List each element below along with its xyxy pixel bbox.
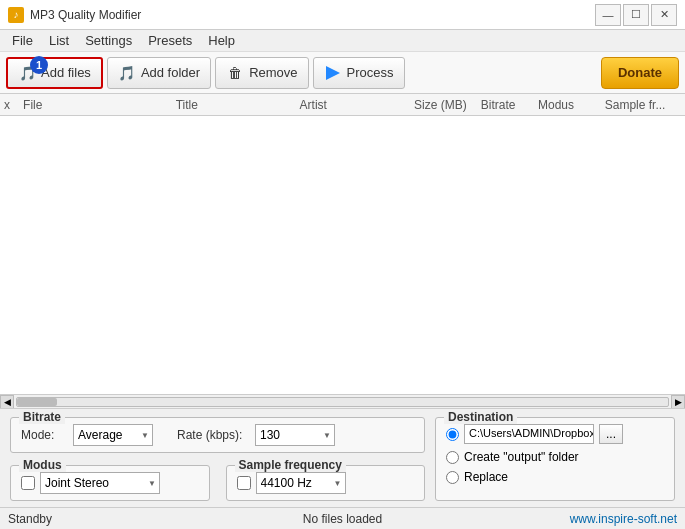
minimize-button[interactable]: — [595, 4, 621, 26]
sample-section: Sample frequency 44100 Hz 48000 Hz 22050… [226, 465, 426, 501]
dest-output-radio[interactable] [446, 451, 459, 464]
sample-controls: 44100 Hz 48000 Hz 22050 Hz [237, 472, 415, 494]
destination-title: Destination [444, 410, 517, 424]
rate-select-wrap[interactable]: 128 130 192 256 320 [255, 424, 335, 446]
dest-replace-radio[interactable] [446, 471, 459, 484]
col-size: Size (MB) [414, 98, 481, 112]
dest-path-radio[interactable] [446, 428, 459, 441]
modus-section: Modus Joint Stereo Stereo Mono [10, 465, 210, 501]
modus-select[interactable]: Joint Stereo Stereo Mono [40, 472, 160, 494]
col-file: File [23, 98, 176, 112]
freq-select-wrap[interactable]: 44100 Hz 48000 Hz 22050 Hz [256, 472, 346, 494]
add-folder-label: Add folder [141, 65, 200, 80]
play-icon [324, 64, 342, 82]
menubar: File List Settings Presets Help [0, 30, 685, 52]
statusbar: Standby No files loaded www.inspire-soft… [0, 507, 685, 529]
table-body [0, 116, 685, 394]
bitrate-section: Bitrate Mode: Average Constant Variable … [10, 417, 425, 453]
sample-checkbox[interactable] [237, 476, 251, 490]
bitrate-controls: Mode: Average Constant Variable Rate (kb… [21, 424, 414, 446]
status-left: Standby [8, 512, 231, 526]
dest-path-value: C:\Users\ADMIN\Dropbox\PC [464, 424, 594, 444]
table-header: x File Title Artist Size (MB) Bitrate Mo… [0, 94, 685, 116]
col-title: Title [176, 98, 300, 112]
add-files-badge: 1 [30, 56, 48, 74]
scroll-right-arrow[interactable]: ▶ [671, 395, 685, 409]
dest-replace-row: Replace [446, 470, 664, 484]
modus-checkbox[interactable] [21, 476, 35, 490]
mode-select-wrap[interactable]: Average Constant Variable [73, 424, 153, 446]
status-center: No files loaded [231, 512, 454, 526]
rate-select[interactable]: 128 130 192 256 320 [255, 424, 335, 446]
modus-title: Modus [19, 458, 66, 472]
menu-presets[interactable]: Presets [140, 31, 200, 50]
col-x: x [4, 98, 23, 112]
dest-output-row: Create "output" folder [446, 450, 664, 464]
scroll-left-arrow[interactable]: ◀ [0, 395, 14, 409]
modus-controls: Joint Stereo Stereo Mono [21, 472, 199, 494]
horizontal-scrollbar[interactable]: ◀ ▶ [0, 394, 685, 408]
app-icon: ♪ [8, 7, 24, 23]
col-bitrate: Bitrate [481, 98, 538, 112]
dest-replace-label: Replace [464, 470, 508, 484]
window-controls: — ☐ ✕ [595, 4, 677, 26]
dest-path-row: C:\Users\ADMIN\Dropbox\PC ... [446, 424, 664, 444]
bitrate-title: Bitrate [19, 410, 65, 424]
col-modus: Modus [538, 98, 605, 112]
close-button[interactable]: ✕ [651, 4, 677, 26]
left-panel: Bitrate Mode: Average Constant Variable … [10, 417, 425, 501]
titlebar: ♪ MP3 Quality Modifier — ☐ ✕ [0, 0, 685, 30]
remove-button[interactable]: 🗑 Remove [215, 57, 308, 89]
add-files-button[interactable]: 🎵 Add files [6, 57, 103, 89]
mode-select[interactable]: Average Constant Variable [73, 424, 153, 446]
app-title: MP3 Quality Modifier [30, 8, 595, 22]
process-label: Process [347, 65, 394, 80]
destination-panel: Destination C:\Users\ADMIN\Dropbox\PC ..… [435, 417, 675, 501]
modus-select-wrap[interactable]: Joint Stereo Stereo Mono [40, 472, 160, 494]
browse-button[interactable]: ... [599, 424, 623, 444]
folder-icon: 🎵 [118, 64, 136, 82]
rate-label: Rate (kbps): [177, 428, 247, 442]
status-right: www.inspire-soft.net [454, 512, 677, 526]
file-table: x File Title Artist Size (MB) Bitrate Mo… [0, 94, 685, 409]
maximize-button[interactable]: ☐ [623, 4, 649, 26]
add-files-label: Add files [41, 65, 91, 80]
modus-sample-row: Modus Joint Stereo Stereo Mono Sample fr… [10, 465, 425, 501]
donate-button[interactable]: Donate [601, 57, 679, 89]
col-sample: Sample fr... [605, 98, 681, 112]
mode-label: Mode: [21, 428, 65, 442]
destination-section: Destination C:\Users\ADMIN\Dropbox\PC ..… [435, 417, 675, 501]
col-artist: Artist [300, 98, 414, 112]
add-folder-button[interactable]: 🎵 Add folder [107, 57, 211, 89]
process-button[interactable]: Process [313, 57, 405, 89]
freq-select[interactable]: 44100 Hz 48000 Hz 22050 Hz [256, 472, 346, 494]
dest-output-label: Create "output" folder [464, 450, 579, 464]
menu-settings[interactable]: Settings [77, 31, 140, 50]
remove-label: Remove [249, 65, 297, 80]
scrollbar-thumb[interactable] [17, 398, 57, 406]
menu-help[interactable]: Help [200, 31, 243, 50]
menu-file[interactable]: File [4, 31, 41, 50]
bottom-panels: Bitrate Mode: Average Constant Variable … [0, 409, 685, 507]
toolbar: 1 🎵 Add files 🎵 Add folder 🗑 Remove Proc… [0, 52, 685, 94]
scrollbar-track[interactable] [16, 397, 669, 407]
menu-list[interactable]: List [41, 31, 77, 50]
remove-icon: 🗑 [226, 64, 244, 82]
sample-title: Sample frequency [235, 458, 346, 472]
